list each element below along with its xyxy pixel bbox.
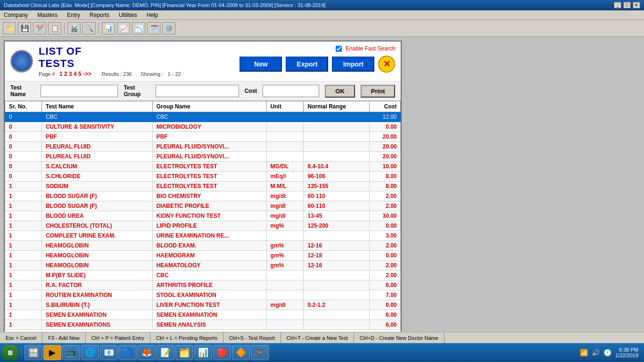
table-row[interactable]: 1SODIUMELECTROLYTES TESTM.M/L135-1558.00 [5,181,401,191]
menu-entry[interactable]: Entry [65,11,82,19]
table-cell-3: mEq/l [266,172,304,181]
menu-help[interactable]: Help [145,11,160,19]
ok-button[interactable]: OK [325,85,355,98]
taskbar-app-mail[interactable]: 📧 [100,345,118,360]
print-button[interactable]: Print [361,85,396,98]
toolbar-btn-2[interactable]: 💾 [18,22,31,34]
table-row[interactable]: 1S.BILIRUBIN {T.}LIVER FUNCTION TESTmg/d… [5,300,401,310]
menu-reports[interactable]: Reports [88,11,111,19]
table-cell-3 [266,280,304,290]
menu-company[interactable]: Company [2,11,30,19]
title-bar: Datotahost Clinical Labs [Edu. Mode] [Co… [0,0,644,10]
toolbar-btn-3[interactable]: ✂️ [33,22,46,34]
table-row[interactable]: 1SEMEN EXAMINATIONSEMEN EXAMINATION6.00 [5,310,401,320]
table-row[interactable]: 0CULTURE & SENSITIVITYMICROBIOLOGY0.00 [5,122,401,132]
table-row[interactable]: 1HEAMOGLOBINHEAMATOLOGYgm%12-162.00 [5,261,401,271]
toolbar-btn-5[interactable]: 🖨️ [67,22,81,34]
table-row[interactable]: 0PLUREAL FLUIDPLEURAL FLUID/SYNOVI...20.… [5,152,401,162]
table-cell-3: mg/dl [266,211,304,221]
table-cell-1: CULTURE & SENSITIVITY [41,122,152,132]
toolbar-btn-9[interactable]: 📉 [132,22,145,34]
import-button[interactable]: Import [332,57,374,72]
table-cell-5: 2.00 [369,241,401,251]
table-cell-3: MG/DL [266,162,304,172]
fast-search-label[interactable]: Enable Fast Search [346,45,395,52]
taskbar-app-extra1[interactable]: 🔴 [213,345,231,360]
table-cell-2: BIO CHEMISTRY [152,191,266,201]
taskbar-app-video[interactable]: 📺 [62,345,80,360]
toolbar-btn-4[interactable]: 📋 [48,22,61,34]
status-test-report[interactable]: Ctrl+S - Test Report [223,332,281,343]
table-cell-5: 7.00 [369,290,401,300]
test-group-input[interactable] [156,85,239,97]
taskbar-app-ie[interactable]: 🌐 [81,345,99,360]
table-row[interactable]: 1COMPLEET URINE EXAM.URINE EXAMINATION R… [5,231,401,241]
table-row[interactable]: 1SEMEN EXAMINATIONSSEMEN ANALYSIS6.00 [5,320,401,330]
table-cell-0: 1 [5,320,42,330]
start-button[interactable]: ⊞ [2,345,18,360]
panel-logo [10,50,33,73]
table-cell-5: 6.00 [369,320,401,330]
table-row[interactable]: 0PBFPBF20.00 [5,132,401,142]
tests-table: Sr. No. Test Name Group Name Unit Normal… [5,101,401,330]
status-pending-reports[interactable]: Ctrl + L = Pending Reports [150,332,223,343]
taskbar-app-browser[interactable]: 🔵 [119,345,137,360]
taskbar-app-firefox[interactable]: 🦊 [138,345,156,360]
table-row[interactable]: 1CHOLESTEROL (TOTAL)LIPID PROFILEmg%125-… [5,221,401,231]
table-row[interactable]: 1M.P(BY SLIDE)CBC2.00 [5,271,401,280]
table-cell-5: 20.00 [369,152,401,162]
table-cell-4 [304,310,369,320]
minimize-button[interactable]: _ [614,2,621,8]
toolbar-btn-6[interactable]: 🔍 [83,22,96,34]
table-cell-2: ELECTROLYTES TEST [152,162,266,172]
menu-masters[interactable]: Masters [35,11,59,19]
status-create-test[interactable]: Ctrl+T - Create a New Test [281,332,354,343]
fast-search-checkbox[interactable] [336,46,342,52]
table-cell-0: 0 [5,142,42,152]
table-row[interactable]: 1HEAMOGLOBINHAEMOGRAMgm%12-180.00 [5,251,401,261]
sys-tray-clock: 🕐 [603,349,611,356]
status-cancel[interactable]: Esc = Cancel [0,332,42,343]
table-cell-3 [266,290,304,300]
taskbar-app-extra2[interactable]: 🔶 [232,345,250,360]
taskbar-app-word[interactable]: 📝 [157,345,174,360]
close-panel-button[interactable]: ✕ [378,56,395,73]
cost-input[interactable] [263,85,319,97]
table-row[interactable]: 0S.CHLORIDEELECTROLYTES TESTmEq/l96-1068… [5,172,401,181]
toolbar-btn-8[interactable]: 📈 [117,22,130,34]
taskbar-app-extra3[interactable]: 🎮 [251,345,269,360]
new-button[interactable]: New [239,57,282,72]
table-row[interactable]: 1BLOOD UREAKIDNY FUNCTION TESTmg/dl13-45… [5,211,401,221]
export-button[interactable]: Export [286,57,328,72]
toolbar-btn-11[interactable]: ⚙️ [162,22,175,34]
table-row[interactable]: 1BLOOD SUGAR (F)BIO CHEMISTRYmg/dl60-110… [5,191,401,201]
page-nav[interactable]: 1 2 3 4 5 ->> [59,71,91,77]
table-row[interactable]: 1ROUTIEN EXAMINATIONSTOOL EXAMINATION7.0… [5,290,401,300]
table-row[interactable]: 1HEAMOGLOBINBLOOD EXAM.gm%12-162.00 [5,241,401,251]
panel-title-sub: TESTS [39,58,181,70]
taskbar-app-excel[interactable]: 📊 [194,345,212,360]
toolbar-btn-10[interactable]: 🗓️ [147,22,160,34]
status-add-new[interactable]: F3 - Add New [42,332,86,343]
table-row[interactable]: 1BLOOD SUGAR (F)DIABETIC PROFILEmg/dl60-… [5,201,401,211]
close-button[interactable]: ✕ [633,2,640,8]
table-row[interactable]: 0PLEURAL FLUIDPLEURAL FLUID/SYNOVI...20.… [5,142,401,152]
status-patient-entry[interactable]: Ctrl + P = Patient Entry [86,332,150,343]
table-cell-4 [304,271,369,280]
table-row[interactable]: 0CBCCBC12.00 [5,112,401,122]
status-create-doctor[interactable]: Ctrl+D - Create New Doctor Name [354,332,445,343]
test-name-input[interactable] [41,85,118,97]
table-row[interactable]: 1R.A. FACTORARTHRITIS PROFILE6.00 [5,280,401,290]
table-cell-2: SEMEN ANALYSIS [152,320,266,330]
table-cell-1: CBC [41,112,152,122]
taskbar-app-vlc[interactable]: ▶ [43,345,61,360]
taskbar-app-windows[interactable]: 🪟 [25,345,42,360]
table-cell-3: gm% [266,241,304,251]
maximize-button[interactable]: □ [623,2,631,8]
taskbar-app-folder[interactable]: 🗂️ [175,345,193,360]
toolbar-btn-7[interactable]: 📊 [102,22,115,34]
table-row[interactable]: 0S.CALCIUMELECTROLYTES TESTMG/DL8.4-10.4… [5,162,401,172]
toolbar-btn-1[interactable]: 📁 [3,22,16,34]
table-cell-0: 0 [5,112,42,122]
menu-utilities[interactable]: Utilities [117,11,139,19]
